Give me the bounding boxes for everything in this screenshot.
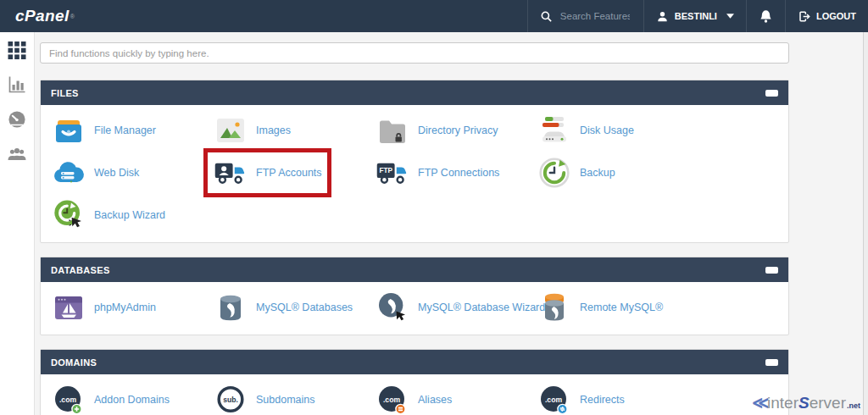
metrics-gauge-icon bbox=[7, 109, 27, 133]
backup-icon bbox=[537, 155, 572, 191]
user-menu[interactable]: BESTINLI bbox=[643, 0, 746, 32]
section-title: DATABASES bbox=[51, 265, 110, 275]
collapse-section-button[interactable] bbox=[765, 359, 778, 366]
app-body: FILESFile ManagerImagesDirectory Privacy… bbox=[0, 32, 868, 415]
app-label: Subdomains bbox=[256, 394, 315, 406]
app-label: Disk Usage bbox=[580, 125, 634, 136]
section-header[interactable]: DATABASES bbox=[41, 257, 788, 282]
app-link-redirects[interactable]: .comRedirects bbox=[533, 381, 628, 415]
phpmyadmin-icon bbox=[51, 290, 86, 325]
navbar-spacer bbox=[90, 0, 527, 32]
svg-text:sub.: sub. bbox=[223, 396, 238, 404]
app-link-backup[interactable]: Backup bbox=[533, 154, 619, 191]
section-title: DOMAINS bbox=[51, 357, 97, 368]
app-link-subdomains[interactable]: sub.Subdomains bbox=[209, 381, 319, 415]
app-link-ftp-connections[interactable]: FTPFTP Connections bbox=[371, 154, 503, 191]
scrollbar-strip[interactable] bbox=[863, 32, 868, 415]
mysql-databases-icon bbox=[213, 290, 248, 325]
user-icon bbox=[656, 10, 669, 23]
backup-wizard-icon bbox=[51, 197, 86, 233]
user-manager-icon bbox=[7, 144, 27, 168]
sidebar-item[interactable] bbox=[5, 41, 29, 63]
watermark-text-2: erver bbox=[810, 395, 846, 411]
ftp-connections-icon: FTP bbox=[375, 155, 410, 191]
sidebar-item[interactable] bbox=[5, 110, 29, 132]
aliases-icon: .com bbox=[375, 382, 410, 415]
svg-text:FTP: FTP bbox=[379, 167, 392, 174]
app-label: Addon Domains bbox=[94, 394, 170, 406]
notifications-button[interactable] bbox=[746, 0, 785, 32]
section-items: phpMyAdminMySQL® DatabasesMySQL® Databas… bbox=[41, 282, 788, 335]
navbar-search bbox=[527, 0, 643, 32]
app-label: phpMyAdmin bbox=[94, 302, 156, 313]
app-link-phpmyadmin[interactable]: phpMyAdmin bbox=[47, 289, 159, 326]
app-label: Images bbox=[256, 125, 291, 136]
web-disk-icon bbox=[51, 155, 86, 191]
trademark-symbol: ® bbox=[70, 14, 75, 19]
section-header[interactable]: DOMAINS bbox=[41, 350, 788, 374]
sidebar bbox=[0, 32, 35, 415]
section-files: FILESFile ManagerImagesDirectory Privacy… bbox=[40, 80, 789, 243]
app-link-images[interactable]: Images bbox=[209, 112, 294, 149]
quick-find-input[interactable] bbox=[40, 42, 789, 64]
file-manager-icon bbox=[51, 113, 86, 148]
app-link-aliases[interactable]: .comAliases bbox=[371, 381, 455, 415]
app-label: FTP Connections bbox=[418, 167, 499, 179]
username-label: BESTINLI bbox=[675, 11, 717, 21]
main-area: FILESFile ManagerImagesDirectory Privacy… bbox=[35, 32, 868, 415]
app-link-file-manager[interactable]: File Manager bbox=[47, 112, 159, 149]
app-label: FTP Accounts bbox=[256, 167, 322, 179]
section-header[interactable]: FILES bbox=[41, 80, 788, 105]
watermark-tld: .net bbox=[847, 402, 860, 410]
disk-usage-icon bbox=[537, 113, 572, 148]
app-link-mysql-database-wizard[interactable]: MySQL® Database Wizard bbox=[371, 289, 548, 326]
app-label: Backup Wizard bbox=[94, 209, 165, 221]
app-label: Web Disk bbox=[94, 167, 139, 179]
subdomains-icon: sub. bbox=[213, 382, 248, 415]
cpanel-logo-text: cPanel bbox=[15, 7, 70, 25]
section-title: FILES bbox=[51, 88, 79, 98]
interserver-watermark: ≪interServer.net bbox=[752, 395, 860, 411]
app-link-web-disk[interactable]: Web Disk bbox=[47, 154, 142, 191]
app-label: Backup bbox=[580, 167, 615, 179]
svg-text:.com: .com bbox=[59, 396, 76, 404]
section-domains: DOMAINS.comAddon Domainssub.Subdomains.c… bbox=[40, 349, 789, 415]
caret-down-icon bbox=[726, 14, 734, 19]
watermark-text-1: inter bbox=[767, 395, 798, 411]
app-label: MySQL® Database Wizard bbox=[418, 302, 545, 313]
svg-text:.com: .com bbox=[545, 396, 562, 404]
app-link-directory-privacy[interactable]: Directory Privacy bbox=[371, 112, 501, 149]
app-link-disk-usage[interactable]: Disk Usage bbox=[533, 112, 637, 149]
content-column: FILESFile ManagerImagesDirectory Privacy… bbox=[40, 42, 789, 415]
section-databases: DATABASESphpMyAdminMySQL® DatabasesMySQL… bbox=[40, 257, 789, 335]
sections: FILESFile ManagerImagesDirectory Privacy… bbox=[40, 80, 789, 415]
logout-icon bbox=[798, 10, 810, 23]
top-navbar: cPanel® BESTINLI LOGOUT bbox=[0, 0, 868, 32]
directory-privacy-icon bbox=[375, 113, 410, 148]
images-icon bbox=[213, 113, 248, 148]
search-features-input[interactable] bbox=[559, 10, 632, 22]
app-label: MySQL® Databases bbox=[256, 302, 353, 313]
app-link-remote-mysql[interactable]: Remote MySQL® bbox=[533, 289, 666, 326]
sidebar-item[interactable] bbox=[5, 75, 29, 97]
app-link-backup-wizard[interactable]: Backup Wizard bbox=[47, 196, 169, 234]
svg-text:.com: .com bbox=[383, 396, 400, 404]
app-label: File Manager bbox=[94, 125, 156, 136]
app-link-mysql-databases[interactable]: MySQL® Databases bbox=[209, 289, 356, 326]
interserver-logo-icon: ≪ bbox=[752, 395, 767, 411]
app-label: Aliases bbox=[418, 394, 452, 406]
logout-button[interactable]: LOGOUT bbox=[785, 0, 868, 32]
logout-label: LOGOUT bbox=[816, 11, 856, 21]
statistics-icon bbox=[7, 75, 27, 98]
search-icon bbox=[540, 10, 553, 23]
home-grid-icon bbox=[7, 40, 27, 64]
collapse-section-button[interactable] bbox=[765, 90, 778, 97]
app-link-addon-domains[interactable]: .comAddon Domains bbox=[47, 381, 173, 415]
remote-mysql-icon bbox=[537, 290, 572, 325]
sidebar-item[interactable] bbox=[5, 145, 29, 167]
app-label: Directory Privacy bbox=[418, 125, 498, 136]
watermark-text-s: S bbox=[798, 395, 810, 411]
collapse-section-button[interactable] bbox=[765, 267, 778, 274]
app-link-ftp-accounts[interactable]: FTP Accounts bbox=[209, 154, 326, 191]
cpanel-logo[interactable]: cPanel® bbox=[0, 0, 90, 32]
